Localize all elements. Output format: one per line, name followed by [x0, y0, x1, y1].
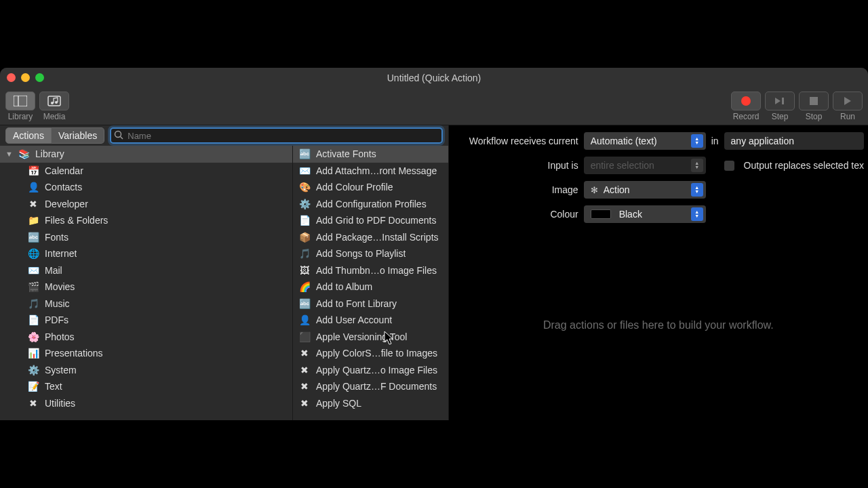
action-label: Add Configuration Profiles	[316, 199, 427, 209]
tab-actions[interactable]: Actions	[5, 127, 52, 144]
disclosure-triangle-icon[interactable]: ▼	[5, 150, 12, 158]
action-item[interactable]: 📦Add Package…Install Scripts	[293, 229, 448, 246]
output-replaces-checkbox[interactable]	[724, 161, 734, 171]
category-label: PDFs	[45, 314, 68, 325]
search-input[interactable]	[110, 127, 442, 144]
step-label: Step	[772, 112, 789, 121]
action-icon: 🖼	[298, 264, 311, 277]
category-icon: ✉️	[27, 264, 39, 277]
action-item[interactable]: 📄Add Grid to PDF Documents	[293, 212, 448, 229]
action-icon: 📦	[298, 231, 311, 243]
action-item[interactable]: 🔤Activate Fonts	[293, 146, 448, 163]
action-icon: ⬛	[298, 331, 311, 343]
zoom-window-button[interactable]	[35, 73, 44, 82]
action-item[interactable]: 🌈Add to Album	[293, 279, 448, 296]
output-replaces-label: Output replaces selected tex	[744, 160, 864, 171]
category-item[interactable]: 🎵Music	[0, 296, 292, 312]
in-popup[interactable]: any application	[724, 132, 864, 150]
action-icon: 🌈	[298, 281, 311, 293]
action-label: Add to Album	[316, 281, 372, 292]
category-label: Internet	[45, 248, 77, 259]
chevron-updown-icon: ▲▼	[691, 183, 703, 197]
category-item[interactable]: ✖︎Developer	[0, 196, 292, 213]
step-button[interactable]	[765, 92, 795, 110]
action-item[interactable]: ✖︎Apply ColorS…file to Images	[293, 345, 448, 362]
image-popup[interactable]: ✻Action ▲▼	[584, 181, 706, 199]
category-item[interactable]: 🔤Fonts	[0, 229, 292, 246]
category-icon: 📁	[27, 214, 39, 226]
action-label: Activate Fonts	[316, 148, 376, 159]
action-item[interactable]: ✉️Add Attachm…ront Message	[293, 163, 448, 180]
action-label: Add Grid to PDF Documents	[316, 215, 436, 226]
category-item[interactable]: 📅Calendar	[0, 163, 292, 180]
category-label: Calendar	[45, 165, 83, 176]
action-item[interactable]: ✖︎Apply SQL	[293, 395, 448, 412]
category-item[interactable]: 📁Files & Folders	[0, 212, 292, 229]
colour-popup[interactable]: Black ▲▼	[584, 205, 706, 223]
category-item[interactable]: 🌐Internet	[0, 245, 292, 262]
category-label: Files & Folders	[45, 215, 108, 226]
action-item[interactable]: ⚙️Add Configuration Profiles	[293, 196, 448, 213]
action-item[interactable]: 🔤Add to Font Library	[293, 296, 448, 312]
category-icon: 🎵	[27, 298, 39, 310]
category-label: Text	[45, 381, 62, 392]
action-label: Add Package…Install Scripts	[316, 232, 439, 243]
library-icon: 📚	[18, 148, 30, 160]
window-title: Untitled (Quick Action)	[387, 73, 481, 83]
chevron-updown-icon: ▲▼	[691, 159, 703, 172]
action-item[interactable]: ✖︎Apply Quartz…F Documents	[293, 378, 448, 395]
category-icon: 📄	[27, 314, 39, 326]
minimize-window-button[interactable]	[21, 73, 30, 82]
action-icon: 🎵	[298, 247, 311, 260]
category-list[interactable]: ▼📚Library📅Calendar👤Contacts✖︎Developer📁F…	[0, 146, 293, 420]
category-label: Presentations	[45, 348, 103, 359]
action-icon: ⚙️	[298, 198, 311, 210]
media-button[interactable]	[39, 92, 69, 110]
svg-rect-6	[810, 97, 818, 105]
chevron-updown-icon: ▲▼	[691, 207, 703, 221]
record-button[interactable]	[731, 92, 761, 110]
action-icon: 📄	[298, 214, 311, 226]
media-label: Media	[43, 112, 66, 121]
category-item[interactable]: ✉️Mail	[0, 262, 292, 279]
action-item[interactable]: 🎵Add Songs to Playlist	[293, 245, 448, 262]
library-root-item[interactable]: ▼📚Library	[0, 146, 292, 163]
action-item[interactable]: 🎨Add Colour Profile	[293, 179, 448, 196]
action-label: Add Songs to Playlist	[316, 248, 406, 259]
action-item[interactable]: ✖︎Apply Quartz…o Image Files	[293, 362, 448, 379]
library-toggle-label: Library	[8, 112, 33, 121]
action-icon: ✖︎	[298, 347, 311, 359]
action-icon: 🔤	[298, 298, 311, 310]
action-item[interactable]: 🖼Add Thumbn…o Image Files	[293, 262, 448, 279]
category-item[interactable]: ✖︎Utilities	[0, 395, 292, 412]
workflow-dropzone[interactable]: Drag actions or files here to build your…	[449, 230, 868, 420]
action-item[interactable]: 👤Add User Account	[293, 312, 448, 329]
action-item[interactable]: ⬛Apple Versioning Tool	[293, 329, 448, 346]
category-label: System	[45, 365, 77, 375]
action-list[interactable]: 🔤Activate Fonts✉️Add Attachm…ront Messag…	[293, 146, 448, 420]
svg-point-7	[115, 131, 121, 138]
run-button[interactable]	[833, 92, 863, 110]
gear-icon: ✻	[591, 185, 598, 195]
category-item[interactable]: 📊Presentations	[0, 345, 292, 362]
category-item[interactable]: 👤Contacts	[0, 179, 292, 196]
close-window-button[interactable]	[7, 73, 16, 82]
workflow-inspector: Workflow receives current Automatic (tex…	[449, 125, 868, 230]
workflow-pane: Workflow receives current Automatic (tex…	[449, 125, 868, 420]
category-icon: 👤	[27, 181, 39, 193]
category-icon: ⚙️	[27, 364, 39, 376]
action-icon: ✖︎	[298, 397, 311, 409]
category-item[interactable]: ⚙️System	[0, 362, 292, 379]
category-item[interactable]: 🎬Movies	[0, 279, 292, 296]
action-label: Add Thumbn…o Image Files	[316, 265, 437, 276]
library-toggle-button[interactable]	[5, 92, 35, 110]
category-item[interactable]: 📝Text	[0, 378, 292, 395]
stop-button[interactable]	[799, 92, 829, 110]
input-popup[interactable]: entire selection ▲▼	[584, 157, 706, 174]
category-item[interactable]: 🌸Photos	[0, 329, 292, 346]
receives-label: Workflow receives current	[453, 136, 578, 146]
tab-variables[interactable]: Variables	[52, 127, 104, 144]
receives-popup[interactable]: Automatic (text) ▲▼	[584, 132, 706, 150]
category-item[interactable]: 📄PDFs	[0, 312, 292, 329]
category-icon: 🌸	[27, 331, 39, 343]
